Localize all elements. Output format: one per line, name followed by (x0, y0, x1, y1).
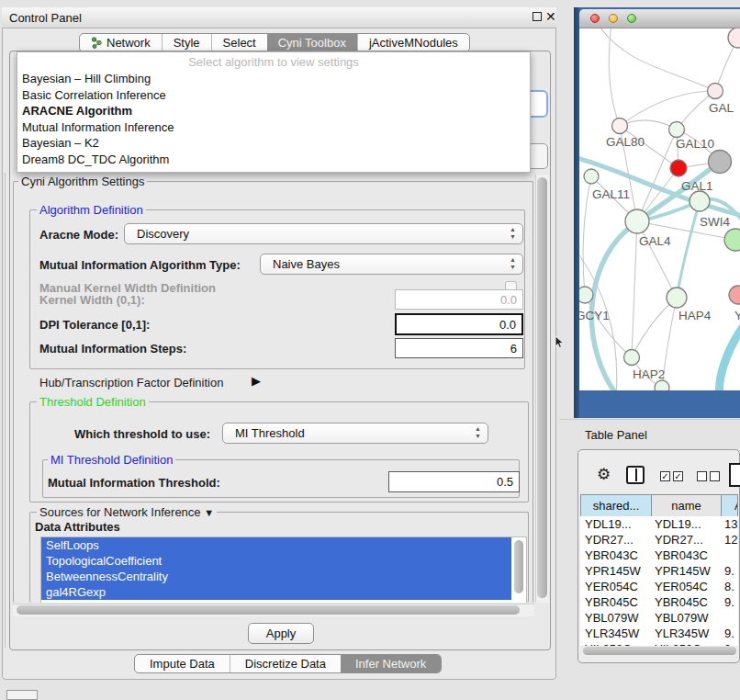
attribute-item-selected[interactable]: TopologicalCoefficient (41, 553, 511, 569)
algorithm-option[interactable]: Basic Correlation Inference (17, 87, 530, 104)
table-row[interactable]: YBR045CYBR045C9. (580, 594, 738, 610)
mi-steps-field[interactable]: 6 (395, 338, 523, 358)
float-window-icon[interactable] (533, 12, 542, 21)
combo-arrows-icon: ▲▼ (510, 226, 516, 241)
checkbox-unchecked-icon[interactable] (710, 471, 720, 481)
tab-impute-data-label: Impute Data (150, 655, 215, 673)
table-rows: YDL19...YDL19...13 YDR27...YDR27...12 YB… (580, 516, 738, 646)
column-header-name[interactable]: name (652, 495, 722, 516)
close-traffic-light[interactable] (590, 14, 600, 23)
mi-threshold-label: Mutual Information Threshold: (48, 476, 220, 490)
settings-hscrollbar-thumb[interactable] (17, 605, 520, 615)
checkbox-checked-icon[interactable]: ✓ (673, 471, 683, 481)
mouse-cursor (555, 336, 566, 349)
table-row[interactable]: YER054CYER054C8. (580, 579, 738, 594)
attribute-item-selected[interactable]: BetweennessCentrality (41, 569, 511, 584)
tab-impute-data[interactable]: Impute Data (135, 655, 230, 672)
algorithm-option[interactable]: Bayesian – K2 (17, 135, 530, 152)
network-edge (637, 221, 677, 298)
table-row[interactable]: YLR345WYLR345W9. (580, 626, 738, 641)
tab-cyni-toolbox[interactable]: Cyni Toolbox (267, 34, 357, 51)
table-document-icon[interactable] (729, 463, 740, 487)
maximize-traffic-light[interactable] (627, 14, 636, 23)
tab-infer-network[interactable]: Infer Network (341, 655, 441, 672)
network-edge (583, 176, 591, 295)
network-node[interactable] (728, 28, 740, 48)
tab-jactivemnodules[interactable]: jActiveMNodules (357, 34, 469, 51)
network-canvas[interactable]: GAL GAL80 GAL10 GAL1 SWI4 GAL11 GAL4 GCY… (579, 28, 740, 390)
tab-select[interactable]: Select (211, 34, 267, 51)
network-node-gal11[interactable] (584, 169, 599, 184)
attributes-list-scrollbar[interactable] (514, 540, 523, 593)
node-label: GAL80 (606, 135, 645, 149)
combo-arrows-icon: ▲▼ (475, 425, 481, 440)
gear-icon[interactable]: ⚙ (597, 465, 611, 484)
close-icon[interactable]: ✕ (545, 9, 556, 24)
network-node[interactable] (729, 286, 740, 304)
algorithm-option[interactable]: Dream8 DC_TDC Algorithm (17, 152, 530, 168)
tab-network[interactable]: Network (80, 34, 162, 51)
column-header-clipped[interactable]: A (722, 495, 737, 516)
node-label: SWI4 (700, 215, 730, 229)
tab-select-label: Select (223, 34, 256, 52)
network-node-gray[interactable] (709, 151, 732, 174)
network-node-gcy1[interactable] (579, 287, 593, 303)
network-edge (677, 201, 700, 298)
table-row[interactable]: YPR145WYPR145W9. (580, 563, 738, 579)
network-edge (632, 221, 637, 357)
apply-button[interactable]: Apply (248, 623, 314, 644)
tab-discretize-data[interactable]: Discretize Data (230, 655, 341, 672)
panel-divider (560, 419, 740, 420)
which-threshold-combo[interactable]: MI Threshold ▲▼ (222, 423, 488, 444)
threshold-definition-title: Threshold Definition (37, 395, 149, 409)
network-window-titlebar[interactable] (579, 9, 740, 28)
algorithm-option-selected[interactable]: ARACNE Algorithm (17, 103, 530, 119)
network-node[interactable] (655, 380, 669, 390)
mi-algorithm-type-combo[interactable]: Naive Bayes ▲▼ (260, 254, 523, 275)
table-row[interactable]: YBL079WYBL079W (580, 610, 738, 626)
network-node-gal[interactable] (708, 84, 723, 99)
table-row[interactable]: YIL052CYIL052C9. (580, 641, 738, 646)
mi-threshold-field[interactable]: 0.5 (388, 471, 520, 492)
columns-icon[interactable] (626, 466, 645, 484)
algorithm-dropdown-prompt: Select algorithm to view settings (17, 52, 530, 71)
attribute-item-selected[interactable]: gal4RGexp (41, 584, 511, 600)
table-hscrollbar-thumb[interactable] (583, 647, 736, 655)
tab-style[interactable]: Style (162, 34, 211, 51)
mi-threshold-group-title: MI Threshold Definition (48, 453, 175, 467)
network-node-gal4[interactable] (625, 209, 649, 233)
checkbox-checked-icon[interactable]: ✓ (660, 471, 670, 481)
table-row[interactable]: YDL19...YDL19...13 (580, 516, 738, 532)
collapse-arrow-icon[interactable]: ▶ (252, 374, 261, 388)
table-row[interactable]: YDR27...YDR27...12 (580, 532, 738, 548)
hub-section-label: Hub/Transcription Factor Definition (39, 376, 223, 390)
settings-vscrollbar-thumb[interactable] (537, 177, 547, 598)
table-header-row: shared... name A (580, 494, 738, 516)
network-node-gal1-selected[interactable] (670, 160, 687, 176)
dpi-tolerance-field[interactable]: 0.0 (395, 313, 523, 335)
kernel-width-label: Kernel Width (0,1): (39, 293, 145, 307)
expand-arrow-icon[interactable]: ▼ (204, 507, 214, 518)
minimize-traffic-light[interactable] (609, 14, 618, 23)
tab-cyni-toolbox-label: Cyni Toolbox (278, 34, 346, 52)
sources-title-text: Sources for Network Inference (39, 505, 201, 519)
network-node-hap4[interactable] (667, 288, 687, 308)
network-node[interactable] (724, 229, 740, 251)
network-node-swi4[interactable] (690, 191, 710, 211)
attribute-item-selected[interactable]: SelfLoops (41, 537, 511, 553)
docked-panel-icon[interactable] (6, 690, 38, 700)
checkbox-unchecked-icon[interactable] (697, 471, 707, 481)
table-row[interactable]: YBR043CYBR043C (580, 548, 738, 563)
mi-algorithm-type-value: Naive Bayes (273, 257, 340, 271)
column-header-shared-name[interactable]: shared... (581, 495, 652, 516)
node-label: GAL11 (592, 187, 630, 201)
algorithm-option[interactable]: Mutual Information Inference (17, 119, 530, 136)
network-node-hap2[interactable] (624, 350, 640, 366)
tab-jactivemnodules-label: jActiveMNodules (369, 34, 458, 52)
network-node-gal10[interactable] (669, 122, 685, 138)
node-label: GAL1 (681, 179, 713, 193)
node-label: GAL4 (639, 234, 671, 248)
network-node-gal80[interactable] (612, 119, 628, 134)
aracne-mode-combo[interactable]: Discovery ▲▼ (124, 223, 523, 244)
algorithm-option[interactable]: Bayesian – Hill Climbing (17, 71, 530, 87)
